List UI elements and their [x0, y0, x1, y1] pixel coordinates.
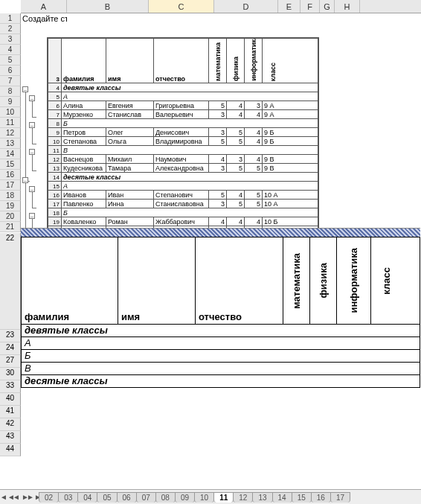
row-num[interactable]: 43 [0, 431, 21, 444]
outline-collapse-icon[interactable]: – [22, 86, 28, 92]
outline-collapse-icon[interactable]: – [22, 177, 28, 183]
ut-header-otch[interactable]: отчество [196, 237, 283, 324]
ex-cell: 3 [209, 200, 227, 208]
tab-nav-prev-icon[interactable]: ◄ [12, 492, 21, 503]
row-num[interactable]: 27 [0, 355, 21, 368]
ex-cell: 9 А [263, 101, 283, 109]
row-num[interactable]: 42 [0, 418, 21, 431]
outline-collapse-icon[interactable]: – [29, 186, 35, 192]
ex-rownum: 3 [48, 39, 62, 83]
outline-collapse-icon[interactable]: – [29, 122, 35, 128]
ex-cell: 5 [245, 164, 263, 172]
col-D[interactable]: D [214, 0, 278, 13]
ut-header-phys[interactable]: физика [310, 237, 337, 324]
row-num[interactable]: 1 [0, 13, 21, 24]
col-F[interactable]: F [301, 0, 320, 13]
row-num[interactable]: 21 [0, 222, 21, 232]
ex-cell: 5 [227, 200, 245, 208]
tab-nav-first-icon[interactable]: ◄◄ [3, 492, 12, 503]
sheet-tab[interactable]: 04 [77, 492, 97, 503]
sheet-tab-active[interactable]: 11 [213, 492, 234, 503]
outline-collapse-icon[interactable]: – [29, 149, 35, 155]
ex-header-otch: отчество [154, 39, 209, 83]
col-H[interactable]: H [335, 0, 360, 13]
ut-header-math[interactable]: математика [283, 237, 310, 324]
col-B[interactable]: B [67, 0, 149, 13]
row-num[interactable]: 6 [0, 66, 21, 76]
ex-cell: Иван [106, 191, 154, 199]
sheet-tab[interactable]: 17 [330, 492, 350, 503]
col-A[interactable]: A [21, 0, 67, 13]
ex-cell: 9 В [263, 164, 283, 172]
ut-header-klass[interactable]: класс [371, 237, 401, 324]
ex-cell: 4 [227, 110, 245, 118]
row-num[interactable]: 19 [0, 201, 21, 211]
row-num[interactable]: 11 [0, 118, 21, 128]
sheet-tab[interactable]: 15 [292, 492, 312, 503]
ex-cell: 5 [209, 101, 227, 109]
ex-letter: А [62, 92, 318, 101]
ex-cell: Валерьевич [154, 110, 209, 118]
ut-row-tenth[interactable]: десятые классы [21, 375, 420, 388]
ut-row-ninth[interactable]: девятые классы [21, 325, 420, 337]
ex-cell: 3 [209, 164, 227, 172]
sheet-tab[interactable]: 07 [136, 492, 156, 503]
row-num[interactable]: 4 [0, 45, 21, 55]
ut-header-fam[interactable]: фамилия [22, 237, 118, 324]
row-num[interactable]: 2 [0, 24, 21, 34]
row-num[interactable]: 24 [0, 342, 21, 355]
row-num[interactable]: 18 [0, 191, 21, 201]
row-num[interactable]: 22 [0, 233, 21, 330]
ut-header-inf[interactable]: информатика [337, 237, 371, 324]
sheet-tab[interactable]: 13 [252, 492, 272, 503]
row-num[interactable]: 14 [0, 149, 21, 159]
col-E[interactable]: E [278, 0, 301, 13]
ut-row-V[interactable]: В [21, 363, 420, 375]
row-num[interactable]: 44 [0, 444, 21, 456]
sheet-tab[interactable]: 05 [97, 492, 117, 503]
col-G[interactable]: G [320, 0, 335, 13]
outline-collapse-icon[interactable]: – [29, 95, 35, 101]
ut-header-imya[interactable]: имя [118, 237, 196, 324]
ex-cell: 3 [209, 128, 227, 136]
row-num[interactable]: 41 [0, 406, 21, 418]
row-num[interactable]: 8 [0, 86, 21, 97]
row-num[interactable]: 17 [0, 180, 21, 191]
instruction-cell[interactable]: Создайте структурную таблицу, ниже приве… [21, 13, 67, 24]
row-num[interactable]: 12 [0, 128, 21, 138]
row-num[interactable]: 33 [0, 380, 21, 393]
row-num[interactable]: 23 [0, 330, 21, 342]
sheet-tab[interactable]: 06 [117, 492, 137, 503]
row-num[interactable]: 15 [0, 159, 21, 170]
row-num[interactable]: 5 [0, 55, 21, 66]
tab-nav-last-icon[interactable]: ►► [30, 492, 39, 503]
ex-cell: 4 [245, 155, 263, 163]
sheet-tab[interactable]: 12 [233, 492, 253, 503]
ex-cell: Наумович [154, 155, 209, 163]
sheet-tab[interactable]: 09 [175, 492, 195, 503]
col-C[interactable]: C [149, 0, 214, 13]
sheet-tab[interactable]: 10 [194, 492, 214, 503]
row-num[interactable]: 40 [0, 393, 21, 406]
sheet-tab[interactable]: 14 [272, 492, 292, 503]
sheet-tab[interactable]: 02 [39, 492, 59, 503]
sheet-tab[interactable]: 08 [155, 492, 176, 503]
row-num[interactable]: 13 [0, 138, 21, 149]
row-num[interactable]: 16 [0, 170, 21, 180]
ex-header-imya: имя [106, 39, 154, 83]
outline-collapse-icon[interactable]: – [29, 213, 35, 219]
ex-cell: 9 Б [263, 137, 283, 145]
ex-section: десятые классы [62, 173, 318, 181]
sheet-tab[interactable]: 16 [311, 492, 331, 503]
row-num[interactable]: 7 [0, 76, 21, 86]
ut-row-A[interactable]: А [21, 337, 420, 350]
ex-cell: Степанович [154, 191, 209, 199]
ut-row-B[interactable]: Б [21, 350, 420, 363]
row-num[interactable]: 9 [0, 97, 21, 107]
row-num[interactable]: 3 [0, 34, 21, 45]
row-num[interactable]: 10 [0, 107, 21, 118]
sheet-tab[interactable]: 03 [58, 492, 78, 503]
ex-cell: 4 [209, 217, 227, 226]
row-num[interactable]: 20 [0, 211, 21, 222]
row-num[interactable]: 30 [0, 368, 21, 380]
